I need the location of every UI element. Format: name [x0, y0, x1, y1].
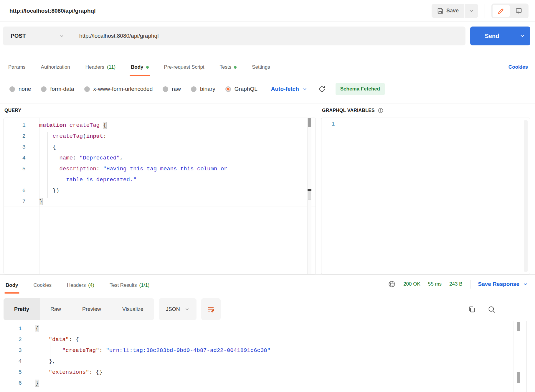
query-editor[interactable]: 1mutation createTag {2 createTag(input:3… — [4, 118, 316, 274]
refresh-schema-button[interactable] — [318, 85, 326, 93]
send-button-group: Send — [470, 27, 530, 45]
mode-label: none — [19, 86, 31, 92]
search-response-button[interactable] — [488, 305, 496, 313]
code-line: 6} — [0, 378, 535, 388]
save-response-dropdown[interactable]: Save Response — [478, 281, 528, 287]
line-number: 6 — [4, 187, 36, 194]
tab-count: (4) — [88, 282, 94, 288]
save-button[interactable]: Save — [432, 4, 464, 18]
network-globe-icon[interactable] — [388, 280, 396, 288]
scrollbar-thumb[interactable] — [517, 372, 520, 383]
tab-label: Test Results — [110, 282, 137, 288]
view-preview[interactable]: Preview — [72, 298, 112, 320]
view-pretty[interactable]: Pretty — [4, 298, 40, 320]
response-size[interactable]: 243 B — [449, 281, 462, 287]
code-text: "data": { — [32, 336, 79, 343]
mode-raw[interactable]: raw — [163, 86, 181, 92]
view-raw[interactable]: Raw — [40, 298, 72, 320]
chevron-down-icon — [520, 33, 525, 39]
mode-form-data[interactable]: form-data — [41, 86, 74, 92]
url-input[interactable]: http://localhost:8080/api/graphql — [72, 33, 158, 39]
method-label: POST — [11, 33, 26, 39]
response-tab-test-results[interactable]: Test Results(1/1) — [108, 282, 151, 294]
mode-none[interactable]: none — [9, 86, 31, 92]
wrap-lines-button[interactable] — [201, 298, 221, 320]
mode-binary[interactable]: binary — [191, 86, 215, 92]
variables-scrollbar[interactable] — [524, 120, 528, 272]
pencil-icon — [498, 7, 505, 14]
edit-mode-button[interactable] — [493, 5, 510, 17]
tab-pre-request-script[interactable]: Pre-request Script — [163, 64, 206, 76]
code-line: 2 "data": { — [0, 334, 535, 345]
tab-settings[interactable]: Settings — [251, 64, 271, 76]
mode-x-www-form-urlencoded[interactable]: x-www-form-urlencoded — [84, 86, 153, 92]
info-icon[interactable] — [378, 108, 384, 113]
method-selector[interactable]: POST — [3, 27, 72, 45]
radio-icon — [9, 86, 15, 92]
line-number: 4 — [0, 358, 32, 365]
cookies-link[interactable]: Cookies — [508, 64, 528, 76]
query-scrollbar[interactable] — [307, 118, 311, 274]
line-number: 2 — [0, 336, 32, 343]
mode-label: binary — [200, 86, 215, 92]
tab-tests[interactable]: Tests — [219, 64, 238, 76]
variables-editor[interactable]: 1 — [321, 118, 530, 274]
code-line: 3 "createTag": "urn:li:tag:38c283bd-9bd0… — [0, 345, 535, 356]
scrollbar-thumb[interactable] — [308, 191, 311, 200]
tab-headers[interactable]: Headers(11) — [84, 64, 117, 76]
mode-toggle-group — [491, 4, 529, 18]
code-text: table is deprecated." — [36, 177, 137, 183]
send-button[interactable]: Send — [470, 27, 514, 45]
copy-response-button[interactable] — [468, 305, 476, 313]
tab-label: Pre-request Script — [164, 64, 204, 70]
response-body-viewer[interactable]: 1{2 "data": {3 "createTag": "urn:li:tag:… — [0, 323, 535, 392]
scrollbar-thumb[interactable] — [517, 322, 520, 331]
auto-fetch-dropdown[interactable]: Auto-fetch — [271, 86, 307, 92]
line-number: 1 — [4, 122, 36, 129]
line-number: 6 — [0, 380, 32, 386]
response-tab-headers[interactable]: Headers(4) — [66, 282, 95, 294]
line-number: 2 — [4, 133, 36, 139]
line-number: 3 — [0, 347, 32, 354]
send-options-button[interactable] — [514, 27, 530, 45]
url-box: POST http://localhost:8080/api/graphql — [3, 27, 465, 45]
code-line: 6 }) — [4, 185, 316, 196]
tab-authorization[interactable]: Authorization — [40, 64, 71, 76]
view-visualize[interactable]: Visualize — [112, 298, 154, 320]
format-dropdown[interactable]: JSON — [159, 298, 197, 320]
tab-params[interactable]: Params — [7, 64, 27, 76]
modified-dot — [146, 66, 149, 69]
status-code[interactable]: 200 OK — [403, 281, 420, 287]
response-time[interactable]: 55 ms — [428, 281, 442, 287]
view-segmented-control: Pretty Raw Preview Visualize — [4, 298, 154, 320]
mode-graphql[interactable]: GraphQL — [225, 86, 257, 92]
response-scrollbar[interactable] — [513, 321, 527, 392]
indent-guide — [50, 336, 50, 368]
variables-label: GRAPHQL VARIABLES — [322, 108, 375, 113]
tab-body[interactable]: Body — [130, 64, 150, 76]
line-number: 5 — [0, 369, 32, 375]
radio-icon — [191, 86, 197, 92]
line-number: 5 — [4, 166, 36, 172]
comment-button[interactable] — [510, 5, 527, 17]
scrollbar-thumb[interactable] — [308, 118, 311, 127]
save-response-label: Save Response — [478, 281, 519, 287]
response-tab-body[interactable]: Body — [4, 282, 19, 294]
wrap-lines-icon — [207, 305, 215, 313]
format-label: JSON — [166, 306, 180, 312]
tab-label: Tests — [220, 64, 232, 70]
code-text: { — [32, 325, 39, 332]
save-options-button[interactable] — [465, 4, 478, 18]
line-number: 7 — [4, 198, 36, 205]
code-text: } — [36, 197, 43, 206]
graphql-editors: QUERY 1mutation createTag {2 createTag(i… — [0, 103, 535, 274]
response-tab-cookies[interactable]: Cookies — [32, 282, 53, 294]
code-line: 1{ — [0, 323, 535, 334]
code-text: "extensions": {} — [32, 369, 103, 375]
radio-selected-icon — [225, 86, 231, 92]
line-number: 1 — [321, 118, 530, 127]
radio-icon — [41, 86, 47, 92]
request-title: http://localhost:8080/api/graphql — [9, 8, 95, 14]
response-section: Body Cookies Headers(4) Test Results(1/1… — [0, 274, 535, 392]
tab-label: Body — [6, 282, 18, 288]
